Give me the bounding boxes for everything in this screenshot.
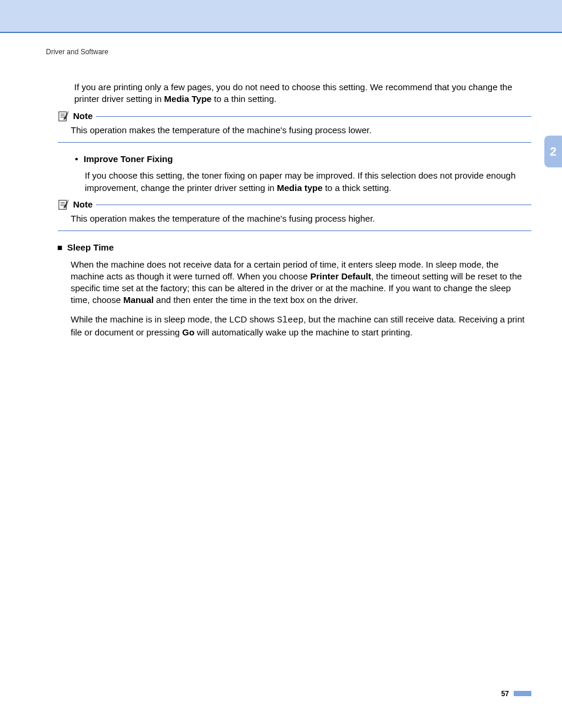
note-title: Note [73,199,92,210]
bullet-body: If you choose this setting, the toner fi… [74,170,531,194]
note-body: This operation makes the temperature of … [58,124,531,136]
intro-text: If you are printing only a few pages, yo… [74,81,531,106]
breadcrumb: Driver and Software [46,47,531,57]
section-sleep-time: ■ Sleep Time When the machine does not r… [58,242,531,338]
note-box-higher-temp: Note This operation makes the temperatur… [58,205,531,232]
section-heading: ■ Sleep Time [57,242,531,253]
header-band [0,0,562,32]
note-title: Note [73,110,92,122]
intro-paragraph: If you are printing only a few pages, yo… [58,81,531,106]
bullet-improve-toner: • Improve Toner Fixing If you choose thi… [58,153,531,194]
lcd-code: Sleep [277,315,303,325]
note-header: Note [58,199,531,210]
sleep-paragraph-1: When the machine does not receive data f… [71,259,531,307]
breadcrumb-text: Driver and Software [46,48,108,56]
bullet-title: Improve Toner Fixing [84,153,173,165]
sleep-paragraph-2: While the machine is in sleep mode, the … [71,314,531,339]
note-rule [100,205,531,205]
note-icon [58,110,71,122]
square-marker: ■ [57,242,62,253]
note-badge: Note [58,199,96,210]
footer-accent-bar [514,691,531,696]
note-badge: Note [58,110,96,122]
bullet-head: • Improve Toner Fixing [74,153,531,165]
content: If you are printing only a few pages, yo… [46,81,531,338]
note-icon [58,199,71,210]
section-body: When the machine does not receive data f… [58,259,531,339]
page-number: 57 [501,689,509,699]
page-body: Driver and Software If you are printing … [0,33,562,338]
note-header: Note [58,110,531,122]
bullet-marker: • [74,153,79,165]
note-rule [100,116,531,117]
note-body: This operation makes the temperature of … [58,213,531,225]
page-footer: 57 [501,689,531,699]
section-title: Sleep Time [67,242,114,253]
note-box-lower-temp: Note This operation makes the temperatur… [58,116,531,143]
